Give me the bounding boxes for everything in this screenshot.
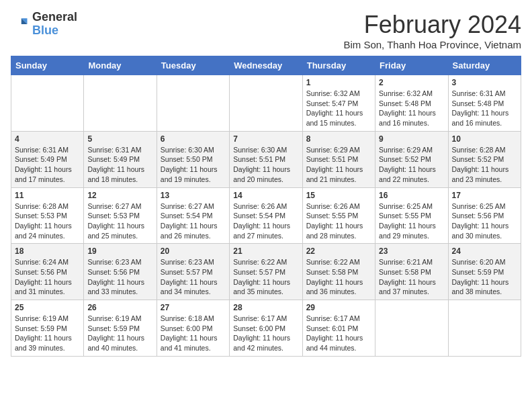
day-number: 16 <box>379 191 444 200</box>
calendar-cell: 3Sunrise: 6:31 AM Sunset: 5:48 PM Daylig… <box>448 75 521 132</box>
day-number: 25 <box>15 303 80 312</box>
day-number: 19 <box>87 246 152 256</box>
calendar-cell: 11Sunrise: 6:28 AM Sunset: 5:53 PM Dayli… <box>11 187 84 244</box>
day-number: 13 <box>161 191 226 200</box>
day-info: Sunrise: 6:30 AM Sunset: 5:51 PM Dayligh… <box>233 145 298 185</box>
day-number: 11 <box>15 191 80 200</box>
day-number: 9 <box>379 134 444 144</box>
calendar-cell: 12Sunrise: 6:27 AM Sunset: 5:53 PM Dayli… <box>84 187 157 244</box>
calendar-cell: 2Sunrise: 6:32 AM Sunset: 5:48 PM Daylig… <box>375 75 448 132</box>
day-number: 24 <box>452 246 517 256</box>
calendar-cell <box>11 75 84 132</box>
calendar-cell: 1Sunrise: 6:32 AM Sunset: 5:47 PM Daylig… <box>302 75 375 132</box>
day-number: 10 <box>452 134 517 144</box>
calendar-table: Sunday Monday Tuesday Wednesday Thursday… <box>11 56 521 357</box>
month-title: February 2024 <box>343 11 521 39</box>
day-info: Sunrise: 6:30 AM Sunset: 5:50 PM Dayligh… <box>161 145 226 185</box>
calendar-cell: 8Sunrise: 6:29 AM Sunset: 5:51 PM Daylig… <box>302 131 375 187</box>
day-info: Sunrise: 6:26 AM Sunset: 5:54 PM Dayligh… <box>233 201 298 241</box>
day-number: 14 <box>233 191 298 200</box>
day-number: 5 <box>87 134 152 144</box>
calendar-cell: 29Sunrise: 6:17 AM Sunset: 6:01 PM Dayli… <box>302 300 375 357</box>
day-info: Sunrise: 6:25 AM Sunset: 5:56 PM Dayligh… <box>452 201 517 241</box>
col-friday: Friday <box>375 56 448 75</box>
day-info: Sunrise: 6:27 AM Sunset: 5:54 PM Dayligh… <box>161 201 226 241</box>
day-number: 27 <box>161 303 226 312</box>
day-info: Sunrise: 6:31 AM Sunset: 5:49 PM Dayligh… <box>87 145 152 185</box>
day-number: 15 <box>306 191 371 200</box>
calendar-cell: 14Sunrise: 6:26 AM Sunset: 5:54 PM Dayli… <box>230 187 302 244</box>
calendar-cell: 15Sunrise: 6:26 AM Sunset: 5:55 PM Dayli… <box>302 187 375 244</box>
calendar-cell: 9Sunrise: 6:29 AM Sunset: 5:52 PM Daylig… <box>375 131 448 187</box>
day-number: 20 <box>161 246 226 256</box>
day-info: Sunrise: 6:23 AM Sunset: 5:57 PM Dayligh… <box>161 257 226 297</box>
calendar-cell <box>230 75 302 132</box>
day-number: 17 <box>452 191 517 200</box>
day-info: Sunrise: 6:17 AM Sunset: 6:01 PM Dayligh… <box>306 314 371 353</box>
day-info: Sunrise: 6:23 AM Sunset: 5:56 PM Dayligh… <box>87 257 152 297</box>
col-thursday: Thursday <box>302 56 375 75</box>
col-tuesday: Tuesday <box>157 56 229 75</box>
col-wednesday: Wednesday <box>230 56 302 75</box>
calendar-cell <box>375 300 448 357</box>
calendar-cell: 10Sunrise: 6:28 AM Sunset: 5:52 PM Dayli… <box>448 131 521 187</box>
calendar-cell: 24Sunrise: 6:20 AM Sunset: 5:59 PM Dayli… <box>448 244 521 300</box>
calendar-cell: 28Sunrise: 6:17 AM Sunset: 6:00 PM Dayli… <box>230 300 302 357</box>
calendar-cell: 17Sunrise: 6:25 AM Sunset: 5:56 PM Dayli… <box>448 187 521 244</box>
day-info: Sunrise: 6:29 AM Sunset: 5:52 PM Dayligh… <box>379 145 444 185</box>
day-number: 28 <box>233 303 298 312</box>
day-number: 8 <box>306 134 371 144</box>
calendar-week-row: 18Sunrise: 6:24 AM Sunset: 5:56 PM Dayli… <box>11 244 521 300</box>
day-info: Sunrise: 6:32 AM Sunset: 5:48 PM Dayligh… <box>379 89 444 128</box>
day-info: Sunrise: 6:25 AM Sunset: 5:55 PM Dayligh… <box>379 201 444 241</box>
day-info: Sunrise: 6:26 AM Sunset: 5:55 PM Dayligh… <box>306 201 371 241</box>
day-number: 4 <box>15 134 80 144</box>
day-number: 18 <box>15 246 80 256</box>
day-info: Sunrise: 6:27 AM Sunset: 5:53 PM Dayligh… <box>87 201 152 241</box>
calendar-cell: 13Sunrise: 6:27 AM Sunset: 5:54 PM Dayli… <box>157 187 229 244</box>
day-number: 6 <box>161 134 226 144</box>
calendar-cell: 5Sunrise: 6:31 AM Sunset: 5:49 PM Daylig… <box>84 131 157 187</box>
calendar-cell: 25Sunrise: 6:19 AM Sunset: 5:59 PM Dayli… <box>11 300 84 357</box>
day-info: Sunrise: 6:17 AM Sunset: 6:00 PM Dayligh… <box>233 314 298 353</box>
day-info: Sunrise: 6:31 AM Sunset: 5:48 PM Dayligh… <box>452 89 517 128</box>
logo-general-text: General <box>32 11 77 24</box>
calendar-cell: 16Sunrise: 6:25 AM Sunset: 5:55 PM Dayli… <box>375 187 448 244</box>
col-monday: Monday <box>84 56 157 75</box>
day-info: Sunrise: 6:19 AM Sunset: 5:59 PM Dayligh… <box>87 314 152 353</box>
day-number: 2 <box>379 78 444 87</box>
calendar-cell <box>84 75 157 132</box>
calendar-week-row: 25Sunrise: 6:19 AM Sunset: 5:59 PM Dayli… <box>11 300 521 357</box>
day-info: Sunrise: 6:32 AM Sunset: 5:47 PM Dayligh… <box>306 89 371 128</box>
day-info: Sunrise: 6:28 AM Sunset: 5:52 PM Dayligh… <box>452 145 517 185</box>
calendar-cell: 23Sunrise: 6:21 AM Sunset: 5:58 PM Dayli… <box>375 244 448 300</box>
day-info: Sunrise: 6:18 AM Sunset: 6:00 PM Dayligh… <box>161 314 226 353</box>
calendar-header-row: Sunday Monday Tuesday Wednesday Thursday… <box>11 56 521 75</box>
day-info: Sunrise: 6:20 AM Sunset: 5:59 PM Dayligh… <box>452 257 517 297</box>
day-number: 22 <box>306 246 371 256</box>
day-number: 7 <box>233 134 298 144</box>
day-info: Sunrise: 6:19 AM Sunset: 5:59 PM Dayligh… <box>15 314 80 353</box>
day-number: 1 <box>306 78 371 87</box>
day-number: 3 <box>452 78 517 87</box>
calendar-cell: 6Sunrise: 6:30 AM Sunset: 5:50 PM Daylig… <box>157 131 229 187</box>
calendar-cell: 20Sunrise: 6:23 AM Sunset: 5:57 PM Dayli… <box>157 244 229 300</box>
logo: General Blue <box>11 11 77 38</box>
location-subtitle: Bim Son, Thanh Hoa Province, Vietnam <box>343 39 521 50</box>
calendar-week-row: 1Sunrise: 6:32 AM Sunset: 5:47 PM Daylig… <box>11 75 521 132</box>
day-number: 23 <box>379 246 444 256</box>
calendar-cell <box>157 75 229 132</box>
day-info: Sunrise: 6:28 AM Sunset: 5:53 PM Dayligh… <box>15 201 80 241</box>
day-info: Sunrise: 6:21 AM Sunset: 5:58 PM Dayligh… <box>379 257 444 297</box>
title-block: February 2024 Bim Son, Thanh Hoa Provinc… <box>343 11 521 50</box>
calendar-cell: 22Sunrise: 6:22 AM Sunset: 5:58 PM Dayli… <box>302 244 375 300</box>
calendar-cell: 7Sunrise: 6:30 AM Sunset: 5:51 PM Daylig… <box>230 131 302 187</box>
col-sunday: Sunday <box>11 56 84 75</box>
calendar-cell: 26Sunrise: 6:19 AM Sunset: 5:59 PM Dayli… <box>84 300 157 357</box>
day-number: 21 <box>233 246 298 256</box>
day-info: Sunrise: 6:29 AM Sunset: 5:51 PM Dayligh… <box>306 145 371 185</box>
calendar-cell: 19Sunrise: 6:23 AM Sunset: 5:56 PM Dayli… <box>84 244 157 300</box>
page-header: General Blue February 2024 Bim Son, Than… <box>11 11 521 50</box>
calendar-cell: 18Sunrise: 6:24 AM Sunset: 5:56 PM Dayli… <box>11 244 84 300</box>
day-number: 29 <box>306 303 371 312</box>
